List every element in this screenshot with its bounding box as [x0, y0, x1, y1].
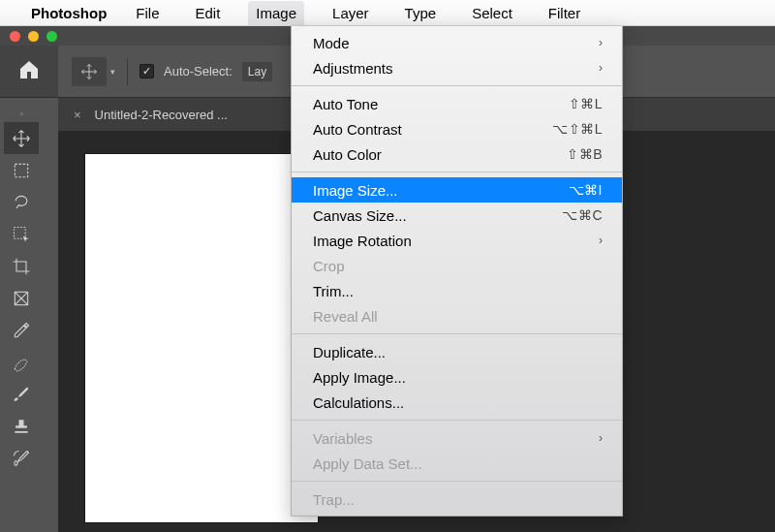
move-tool-icon[interactable] [4, 122, 39, 154]
brush-tool-icon[interactable] [4, 378, 39, 410]
tool-preset-chevron-icon[interactable]: ▾ [110, 67, 115, 77]
menu-item-label: Variables [313, 430, 599, 447]
document-tab-title: Untitled-2-Recovered ... [95, 108, 228, 122]
menu-item-shortcut: ⇧⌘B [567, 146, 603, 162]
menu-item-reveal-all: Reveal All [292, 303, 622, 329]
healing-brush-tool-icon[interactable] [4, 346, 39, 378]
macos-menubar: Photoshop File Edit Image Layer Type Sel… [0, 0, 775, 26]
menu-item-label: Image Rotation [313, 233, 599, 249]
menu-item-mode[interactable]: Mode› [292, 30, 622, 55]
svg-rect-0 [15, 164, 27, 176]
menubar-item-edit[interactable]: Edit [188, 1, 229, 25]
menu-item-auto-color[interactable]: Auto Color⇧⌘B [292, 141, 622, 167]
menu-item-trap: Trap... [292, 486, 622, 512]
home-icon[interactable] [17, 58, 41, 85]
menu-item-label: Image Size... [313, 182, 569, 199]
zoom-window-icon[interactable] [46, 31, 57, 42]
submenu-arrow-icon: › [599, 61, 603, 75]
auto-select-target-dropdown[interactable]: Lay [242, 62, 272, 81]
menu-item-label: Auto Color [313, 146, 567, 163]
menu-item-label: Apply Image... [313, 369, 603, 386]
menu-separator [292, 420, 622, 421]
menu-item-duplicate[interactable]: Duplicate... [292, 339, 622, 364]
submenu-arrow-icon: › [599, 431, 603, 445]
auto-select-checkbox[interactable]: ✓ [140, 64, 154, 78]
menu-item-label: Auto Contrast [313, 121, 552, 138]
menu-item-label: Adjustments [313, 60, 599, 77]
minimize-window-icon[interactable] [28, 31, 39, 42]
submenu-arrow-icon: › [599, 234, 603, 247]
menu-item-label: Trim... [313, 283, 603, 299]
close-tab-icon[interactable]: × [74, 108, 81, 122]
menu-item-shortcut: ⌥⇧⌘L [552, 121, 603, 137]
crop-tool-icon[interactable] [4, 250, 39, 282]
auto-select-label: Auto-Select: [164, 64, 232, 78]
menu-item-apply-data-set: Apply Data Set... [292, 451, 622, 476]
quick-select-tool-icon[interactable] [4, 218, 39, 250]
tools-panel: ›› [0, 98, 43, 474]
menu-item-label: Auto Tone [313, 96, 569, 112]
menubar-item-type[interactable]: Type [397, 1, 445, 25]
menu-item-shortcut: ⇧⌘L [569, 96, 603, 111]
menu-item-image-rotation[interactable]: Image Rotation› [292, 228, 622, 253]
history-brush-tool-icon[interactable] [4, 442, 39, 474]
menu-item-label: Apply Data Set... [313, 455, 603, 472]
menu-item-label: Duplicate... [313, 344, 603, 360]
menu-item-calculations[interactable]: Calculations... [292, 390, 622, 415]
frame-tool-icon[interactable] [4, 282, 39, 314]
menu-item-canvas-size[interactable]: Canvas Size...⌥⌘C [292, 203, 622, 228]
menu-item-shortcut: ⌥⌘C [562, 207, 603, 223]
menu-item-label: Trap... [313, 491, 603, 508]
document-canvas[interactable] [85, 154, 318, 522]
menu-separator [292, 85, 622, 86]
stamp-tool-icon[interactable] [4, 410, 39, 442]
menu-separator [292, 481, 622, 482]
submenu-arrow-icon: › [599, 36, 603, 49]
menu-item-apply-image[interactable]: Apply Image... [292, 364, 622, 390]
menu-item-shortcut: ⌥⌘I [569, 182, 603, 198]
menu-item-adjustments[interactable]: Adjustments› [292, 55, 622, 80]
document-tab[interactable]: × Untitled-2-Recovered ... [74, 108, 228, 122]
menubar-item-filter[interactable]: Filter [541, 1, 588, 25]
menu-item-label: Crop [313, 258, 603, 274]
panel-grip-icon[interactable]: ›› [16, 104, 27, 122]
eyedropper-tool-icon[interactable] [4, 314, 39, 346]
menu-item-auto-tone[interactable]: Auto Tone⇧⌘L [292, 91, 622, 116]
menu-item-crop: Crop [292, 253, 622, 278]
menu-item-label: Canvas Size... [313, 207, 562, 224]
menu-separator [292, 172, 622, 172]
menu-item-auto-contrast[interactable]: Auto Contrast⌥⇧⌘L [292, 116, 622, 141]
options-current-tool-icon[interactable] [72, 57, 107, 86]
menu-item-label: Reveal All [313, 308, 603, 325]
lasso-tool-icon[interactable] [4, 186, 39, 218]
menu-item-image-size[interactable]: Image Size...⌥⌘I [292, 177, 622, 203]
menubar-item-file[interactable]: File [128, 1, 167, 25]
divider [127, 58, 128, 85]
app-name[interactable]: Photoshop [31, 5, 107, 21]
image-menu-dropdown: Mode›Adjustments›Auto Tone⇧⌘LAuto Contra… [291, 26, 623, 516]
menu-separator [292, 333, 622, 334]
menu-item-variables: Variables› [292, 425, 622, 451]
close-window-icon[interactable] [10, 31, 20, 42]
menu-item-label: Mode [313, 35, 599, 51]
menubar-item-select[interactable]: Select [464, 1, 520, 25]
marquee-tool-icon[interactable] [4, 154, 39, 186]
menubar-item-layer[interactable]: Layer [325, 1, 377, 25]
menubar-item-image[interactable]: Image [248, 1, 304, 25]
menu-item-label: Calculations... [313, 394, 603, 411]
menu-item-trim[interactable]: Trim... [292, 278, 622, 303]
